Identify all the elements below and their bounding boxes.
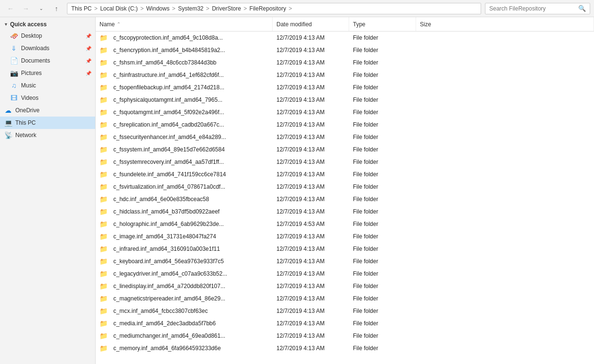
file-name-cell: 📁 c_fscopyprotection.inf_amd64_9c108d8a.… <box>96 32 273 44</box>
file-size-cell <box>416 268 594 280</box>
col-date-label: Date modified <box>276 21 312 28</box>
file-date-cell: 12/7/2019 4:13 AM <box>273 193 349 205</box>
file-name-cell: 📁 c_keyboard.inf_amd64_56ea9763e933f7c5 <box>96 255 273 268</box>
sidebar-item-documents[interactable]: 📄 Documents 📌 <box>0 54 95 67</box>
table-row[interactable]: 📁 c_memory.inf_amd64_6fa9664593233d6e 12… <box>96 342 594 354</box>
file-size-cell <box>416 168 594 181</box>
file-type-cell: File folder <box>349 106 416 118</box>
file-name-cell: 📁 c_fsphysicalquotamgmt.inf_amd64_7965..… <box>96 94 273 106</box>
file-name: c_fsencryption.inf_amd64_b4b4845819a2... <box>113 47 225 54</box>
search-input[interactable] <box>489 5 576 12</box>
sidebar-music-label: Music <box>21 82 91 89</box>
file-size-cell <box>416 156 594 168</box>
table-row[interactable]: 📁 c_fssystemrecovery.inf_amd64_aa57df1ff… <box>96 156 594 168</box>
sidebar-item-downloads[interactable]: ⇓ Downloads 📌 <box>0 42 95 54</box>
back-button[interactable]: ← <box>4 2 17 15</box>
table-row[interactable]: 📁 c_fscopyprotection.inf_amd64_9c108d8a.… <box>96 32 594 44</box>
file-name-cell: 📁 c_image.inf_amd64_31731e48047fa274 <box>96 230 273 243</box>
table-row[interactable]: 📁 c_infrared.inf_amd64_3160910a003e1f11 … <box>96 243 594 255</box>
up-icon: ↑ <box>55 5 58 12</box>
file-date-cell: 12/7/2019 4:13 AM <box>273 56 349 69</box>
sidebar-item-thispc[interactable]: 💻 This PC <box>0 117 95 129</box>
sidebar-item-music[interactable]: ♫ Music <box>0 79 95 92</box>
col-header-type[interactable]: Type <box>349 17 416 31</box>
file-name-cell: 📁 c_fsencryption.inf_amd64_b4b4845819a2.… <box>96 44 273 56</box>
table-row[interactable]: 📁 c_magneticstripereader.inf_amd64_86e29… <box>96 292 594 305</box>
breadcrumb-filerepository[interactable]: FileRepository <box>250 5 286 12</box>
table-row[interactable]: 📁 c_mcx.inf_amd64_fcbcc3807cbf63ec 12/7/… <box>96 305 594 317</box>
folder-icon: 📁 <box>99 71 108 79</box>
history-button[interactable]: ⌄ <box>34 2 48 15</box>
history-icon: ⌄ <box>39 6 43 11</box>
breadcrumb-thispc[interactable]: This PC <box>71 5 92 12</box>
sort-arrow-name: ⌃ <box>117 21 121 27</box>
file-size-cell <box>416 69 594 81</box>
sidebar-item-network[interactable]: 📡 Network <box>0 129 95 141</box>
sidebar-pictures-label: Pictures <box>21 70 83 76</box>
breadcrumb-localdisk[interactable]: Local Disk (C:) <box>100 5 138 12</box>
table-row[interactable]: 📁 c_fshsm.inf_amd64_48c6ccb73844d3bb 12/… <box>96 56 594 69</box>
file-date-cell: 12/7/2019 4:13 AM <box>273 156 349 168</box>
file-date-cell: 12/7/2019 4:13 AM <box>273 280 349 292</box>
file-type-cell: File folder <box>349 143 416 156</box>
col-size-label: Size <box>420 21 431 28</box>
sidebar-item-videos[interactable]: 🎞 Videos <box>0 92 95 104</box>
table-row[interactable]: 📁 c_fsreplication.inf_amd64_cadbd20a667c… <box>96 118 594 131</box>
breadcrumb-driverstore[interactable]: DriverStore <box>212 5 241 12</box>
table-row[interactable]: 📁 c_fsencryption.inf_amd64_b4b4845819a2.… <box>96 44 594 56</box>
table-row[interactable]: 📁 c_fsinfrastructure.inf_amd64_1ef682cfd… <box>96 69 594 81</box>
sidebar-item-onedrive[interactable]: ☁ OneDrive <box>0 104 95 117</box>
forward-icon: → <box>22 5 29 12</box>
table-row[interactable]: 📁 c_hidclass.inf_amd64_b37df5bd0922aeef … <box>96 205 594 218</box>
videos-icon: 🎞 <box>10 94 18 102</box>
table-row[interactable]: 📁 c_fsvirtualization.inf_amd64_078671a0c… <box>96 181 594 193</box>
table-row[interactable]: 📁 c_linedisplay.inf_amd64_a720ddb820f107… <box>96 280 594 292</box>
breadcrumb-system32[interactable]: System32 <box>178 5 203 12</box>
col-header-size[interactable]: Size <box>416 17 594 31</box>
table-row[interactable]: 📁 c_fsphysicalquotamgmt.inf_amd64_7965..… <box>96 94 594 106</box>
col-header-date[interactable]: Date modified <box>273 17 349 31</box>
file-name-cell: 📁 c_memory.inf_amd64_6fa9664593233d6e <box>96 342 273 354</box>
quick-access-label: Quick access <box>10 21 47 28</box>
file-size-cell <box>416 205 594 218</box>
file-size-cell <box>416 317 594 330</box>
sidebar-item-desktop[interactable]: 🛷 Desktop 📌 <box>0 30 95 42</box>
quick-access-header[interactable]: ▼ Quick access <box>0 19 95 30</box>
folder-icon: 📁 <box>99 96 108 104</box>
breadcrumb-windows[interactable]: Windows <box>146 5 170 12</box>
file-type-cell: File folder <box>349 218 416 230</box>
table-row[interactable]: 📁 c_fssecurityenhancer.inf_amd64_e84a289… <box>96 131 594 143</box>
table-row[interactable]: 📁 c_keyboard.inf_amd64_56ea9763e933f7c5 … <box>96 255 594 268</box>
file-size-cell <box>416 230 594 243</box>
folder-icon: 📁 <box>99 282 108 290</box>
table-row[interactable]: 📁 c_mediumchanger.inf_amd64_69ea0d861...… <box>96 330 594 342</box>
table-row[interactable]: 📁 c_hdc.inf_amd64_6e00e835fbceac58 12/7/… <box>96 193 594 205</box>
file-date-cell: 12/7/2019 4:13 AM <box>273 268 349 280</box>
file-name: c_infrared.inf_amd64_3160910a003e1f11 <box>113 246 220 252</box>
table-row[interactable]: 📁 c_media.inf_amd64_2dec3adbda5f7bb6 12/… <box>96 317 594 330</box>
col-header-name[interactable]: Name ⌃ <box>96 17 273 31</box>
content-area: Name ⌃ Date modified Type Size 📁 c_fscop… <box>96 17 594 364</box>
file-size-cell <box>416 305 594 317</box>
table-row[interactable]: 📁 c_fssystem.inf_amd64_89e15d7e662d6584 … <box>96 143 594 156</box>
file-name-cell: 📁 c_fsvirtualization.inf_amd64_078671a0c… <box>96 181 273 193</box>
table-row[interactable]: 📁 c_fsquotamgmt.inf_amd64_5f092e2a496f..… <box>96 106 594 118</box>
table-row[interactable]: 📁 c_holographic.inf_amd64_6ab9629b23de..… <box>96 218 594 230</box>
table-row[interactable]: 📁 c_fsundelete.inf_amd64_741f159cc6ce781… <box>96 168 594 181</box>
file-type-cell: File folder <box>349 292 416 305</box>
file-name: c_magneticstripereader.inf_amd64_86e29..… <box>113 295 225 302</box>
file-name: c_fssystem.inf_amd64_89e15d7e662d6584 <box>113 146 225 153</box>
file-type-cell: File folder <box>349 32 416 44</box>
sidebar-item-pictures[interactable]: 📷 Pictures 📌 <box>0 67 95 79</box>
file-size-cell <box>416 94 594 106</box>
file-name: c_media.inf_amd64_2dec3adbda5f7bb6 <box>113 320 216 327</box>
table-row[interactable]: 📁 c_legacydriver.inf_amd64_c07aa9c633b52… <box>96 268 594 280</box>
forward-button[interactable]: → <box>19 2 33 15</box>
file-date-cell: 12/7/2019 4:13 AM <box>273 230 349 243</box>
table-row[interactable]: 📁 c_fsopenfilebackup.inf_amd64_2174d218.… <box>96 81 594 94</box>
table-row[interactable]: 📁 c_image.inf_amd64_31731e48047fa274 12/… <box>96 230 594 243</box>
file-size-cell <box>416 330 594 342</box>
search-box[interactable]: 🔍 <box>485 3 590 14</box>
file-name-cell: 📁 c_fsinfrastructure.inf_amd64_1ef682cfd… <box>96 69 273 81</box>
up-button[interactable]: ↑ <box>50 2 63 15</box>
